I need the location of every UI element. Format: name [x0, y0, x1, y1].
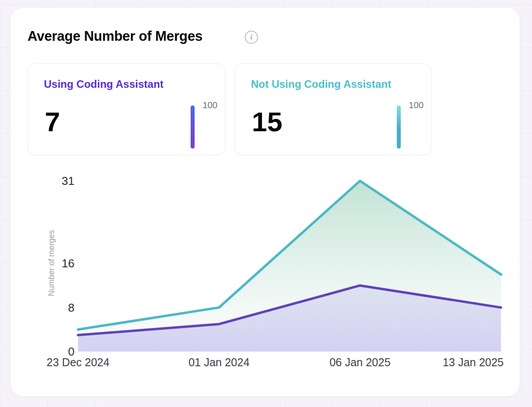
stat-card-using-assistant: Using Coding Assistant 7 100 [27, 63, 225, 155]
stat-label: Using Coding Assistant [44, 78, 164, 90]
stat-scale-bar [397, 106, 401, 149]
y-tick-label: 31 [11, 175, 74, 187]
y-tick-label: 16 [11, 257, 74, 270]
stat-card-not-using-assistant: Not Using Coding Assistant 15 100 [235, 63, 432, 155]
info-icon[interactable]: i [245, 31, 258, 44]
stat-value: 15 [252, 108, 282, 136]
page-title: Average Number of Merges [27, 28, 203, 44]
x-tick-label: 13 Jan 2025 [442, 356, 504, 369]
stat-label: Not Using Coding Assistant [251, 78, 391, 90]
stat-scale-max: 100 [203, 100, 217, 110]
stat-scale-bar [191, 106, 195, 149]
stat-scale-max: 100 [409, 100, 423, 110]
stat-value: 7 [45, 108, 60, 136]
merges-area-chart [78, 178, 501, 353]
y-tick-label: 8 [11, 301, 74, 314]
chart-panel: Average Number of Merges i Using Coding … [11, 8, 520, 396]
x-tick-label: 06 Jan 2025 [329, 356, 391, 369]
x-tick-label: 23 Dec 2024 [47, 356, 110, 369]
x-tick-label: 01 Jan 2024 [188, 356, 250, 369]
